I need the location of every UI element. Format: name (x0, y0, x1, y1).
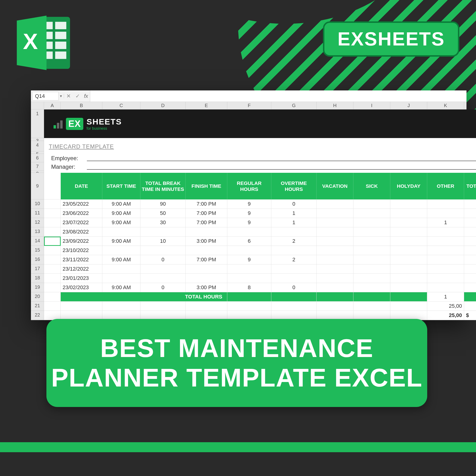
cell-tot[interactable] (464, 255, 476, 264)
pay-tot[interactable]: $ (464, 311, 476, 320)
cell-hol[interactable] (390, 218, 427, 227)
row-header[interactable]: 3 (31, 138, 44, 141)
cell-break[interactable]: 30 (140, 218, 186, 227)
cell-ot[interactable]: 0 (271, 200, 317, 209)
row-header[interactable]: 4 (31, 141, 44, 151)
cell-break[interactable]: 0 (140, 283, 186, 292)
cell-other[interactable] (427, 283, 464, 292)
pay-other[interactable]: 25,00 (427, 311, 464, 320)
cell-other[interactable] (427, 264, 464, 274)
cell-sick[interactable] (354, 274, 390, 283)
cell-finish[interactable]: 7:00 PM (186, 209, 227, 218)
spreadsheet-grid[interactable]: 1 EX SHEETS for business 3 4 TIMECARD TE… (31, 109, 466, 320)
cell-finish[interactable] (186, 264, 227, 274)
cell-vac[interactable] (317, 218, 354, 227)
cell-start[interactable] (102, 227, 140, 237)
cell-vac[interactable] (317, 227, 354, 237)
cell-vac[interactable] (317, 264, 354, 274)
cell-break[interactable] (140, 274, 186, 283)
row-header[interactable]: 12 (31, 218, 44, 227)
col-J[interactable]: J (390, 102, 427, 109)
row-header[interactable]: 5 (31, 151, 44, 154)
cell-other[interactable] (427, 209, 464, 218)
cell-finish[interactable]: 7:00 PM (186, 218, 227, 227)
cell-break[interactable] (140, 264, 186, 274)
spacer-cell[interactable] (44, 283, 61, 292)
cell-finish[interactable]: 3:00 PM (186, 283, 227, 292)
spacer-cell[interactable] (44, 237, 61, 246)
cell-break[interactable] (140, 246, 186, 255)
cell-hol[interactable] (390, 200, 427, 209)
row-header[interactable]: 15 (31, 246, 44, 255)
cell-finish[interactable] (186, 246, 227, 255)
row-header[interactable]: 13 (31, 227, 44, 237)
row-header[interactable]: 22 (31, 311, 44, 320)
spacer-cell[interactable] (44, 274, 61, 283)
col-G[interactable]: G (271, 102, 317, 109)
formula-accept-icon[interactable]: ✓ (73, 93, 82, 99)
cell-finish[interactable] (186, 274, 227, 283)
cell-hol[interactable] (390, 227, 427, 237)
cell-break[interactable]: 90 (140, 200, 186, 209)
col-H[interactable]: H (317, 102, 354, 109)
cell-ot[interactable]: 1 (271, 218, 317, 227)
cell-tot[interactable] (464, 274, 476, 283)
cell-finish[interactable]: 3:00 PM (186, 237, 227, 246)
cell-reg[interactable]: 9 (227, 209, 271, 218)
cell-other[interactable] (427, 200, 464, 209)
cell-finish[interactable]: 7:00 PM (186, 255, 227, 264)
col-D[interactable]: D (140, 102, 186, 109)
cell-hol[interactable] (390, 209, 427, 218)
cell-sick[interactable] (354, 255, 390, 264)
cell-reg[interactable] (227, 264, 271, 274)
cell-date[interactable]: 23/09/2022 (61, 237, 102, 246)
cell-start[interactable]: 9:00 AM (102, 255, 140, 264)
cell-ot[interactable] (271, 274, 317, 283)
cell-finish[interactable]: 7:00 PM (186, 200, 227, 209)
total-other[interactable]: 1 (427, 292, 464, 302)
row-header[interactable]: 11 (31, 209, 44, 218)
cell-sick[interactable] (354, 246, 390, 255)
cell-finish[interactable] (186, 227, 227, 237)
cell-sick[interactable] (354, 200, 390, 209)
cell-start[interactable] (102, 264, 140, 274)
col-L[interactable]: L (464, 102, 476, 109)
cell-reg[interactable] (227, 274, 271, 283)
cell-ot[interactable]: 2 (271, 237, 317, 246)
cell-date[interactable]: 23/08/2022 (61, 227, 102, 237)
cell-hol[interactable] (390, 237, 427, 246)
cell-tot[interactable] (464, 200, 476, 209)
manager-input-line[interactable] (87, 164, 476, 170)
row-header[interactable]: 10 (31, 200, 44, 209)
formula-input[interactable] (90, 90, 466, 102)
cell-vac[interactable] (317, 209, 354, 218)
cell-reg[interactable]: 8 (227, 283, 271, 292)
cell-other[interactable] (427, 237, 464, 246)
cell-hol[interactable] (390, 246, 427, 255)
cell-tot[interactable] (464, 218, 476, 227)
col-B[interactable]: B (61, 102, 102, 109)
spacer-cell[interactable] (44, 255, 61, 264)
cell-sick[interactable] (354, 264, 390, 274)
col-E[interactable]: E (186, 102, 227, 109)
cell-other[interactable] (427, 227, 464, 237)
cell-reg[interactable]: 9 (227, 255, 271, 264)
cell-start[interactable]: 9:00 AM (102, 218, 140, 227)
spacer-cell[interactable] (44, 218, 61, 227)
cell-hol[interactable] (390, 264, 427, 274)
cell-ot[interactable] (271, 264, 317, 274)
cell-vac[interactable] (317, 255, 354, 264)
cell-other[interactable] (427, 274, 464, 283)
col-C[interactable]: C (102, 102, 140, 109)
select-all-cell[interactable] (31, 102, 44, 109)
cell-hol[interactable] (390, 283, 427, 292)
col-I[interactable]: I (354, 102, 390, 109)
cell-start[interactable]: 9:00 AM (102, 200, 140, 209)
cell-date[interactable]: 23/01/2023 (61, 274, 102, 283)
cell-sick[interactable] (354, 237, 390, 246)
spacer-cell[interactable] (44, 246, 61, 255)
row-header[interactable]: 16 (31, 255, 44, 264)
spacer-cell[interactable] (44, 227, 61, 237)
cell-ot[interactable]: 0 (271, 283, 317, 292)
spacer-cell[interactable] (44, 200, 61, 209)
